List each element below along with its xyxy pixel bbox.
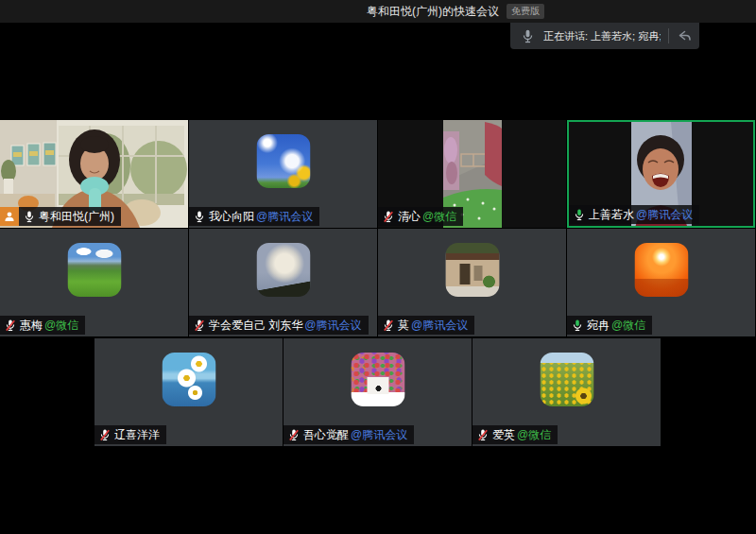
participant-platform-suffix: @微信 bbox=[517, 427, 551, 443]
participant-tile[interactable]: 吾心觉醒@腾讯会议 bbox=[284, 338, 472, 446]
participant-label-row: 惠梅@微信 bbox=[0, 316, 85, 335]
title-bar: 粤和田悦(广州)的快速会议 免费版 bbox=[0, 0, 756, 23]
participant-name: 上善若水 bbox=[589, 207, 634, 223]
participant-tile[interactable]: 爱英@微信 bbox=[472, 338, 661, 446]
participant-label-row: 辽喜洋洋 bbox=[94, 425, 166, 444]
participant-label-row: 宛冉@微信 bbox=[567, 316, 652, 335]
meeting-title: 粤和田悦(广州)的快速会议 bbox=[367, 4, 499, 20]
speaking-indicator: 正在讲话: 上善若水; 宛冉; bbox=[510, 23, 699, 49]
mic-status-icon bbox=[194, 319, 205, 332]
mic-status-icon bbox=[288, 429, 300, 441]
mic-status-icon bbox=[477, 429, 489, 441]
participant-label: 莫@腾讯会议 bbox=[378, 316, 474, 335]
participant-avatar bbox=[634, 243, 688, 297]
participant-label: 宛冉@微信 bbox=[567, 316, 652, 335]
participant-name: 莫 bbox=[398, 318, 409, 334]
participant-tile[interactable]: 清心@微信 bbox=[378, 120, 566, 228]
indicator-divider bbox=[668, 28, 669, 43]
participant-label-row: 吾心觉醒@腾讯会议 bbox=[284, 425, 414, 444]
participant-platform-suffix: @微信 bbox=[422, 209, 456, 225]
participant-label: 清心@微信 bbox=[378, 207, 463, 226]
participant-avatar bbox=[540, 353, 593, 406]
title-group: 粤和田悦(广州)的快速会议 免费版 bbox=[367, 0, 544, 23]
reply-arrow-icon[interactable] bbox=[677, 29, 692, 43]
participant-avatar bbox=[256, 134, 310, 188]
participant-label-row: 我心向阳@腾讯会议 bbox=[189, 207, 319, 226]
participant-name: 爱英 bbox=[492, 427, 515, 443]
participant-platform-suffix: @微信 bbox=[611, 318, 645, 334]
participant-label: 吾心觉醒@腾讯会议 bbox=[284, 425, 414, 444]
participant-avatar bbox=[67, 243, 121, 297]
participant-name: 粤和田悦(广州) bbox=[39, 209, 114, 225]
participant-avatar bbox=[351, 353, 404, 406]
mic-status-icon bbox=[572, 319, 583, 332]
participant-tile[interactable]: 粤和田悦(广州) bbox=[0, 120, 188, 228]
participant-platform-suffix: @微信 bbox=[44, 318, 78, 334]
participant-tile[interactable]: 学会爱自己 刘东华@腾讯会议 bbox=[189, 229, 377, 336]
participant-label-row: 莫@腾讯会议 bbox=[378, 316, 474, 335]
participant-platform-suffix: @腾讯会议 bbox=[636, 207, 693, 223]
participant-tile[interactable]: 上善若水@腾讯会议 bbox=[567, 120, 755, 228]
participant-name: 清心 bbox=[398, 209, 421, 225]
participant-name: 宛冉 bbox=[587, 318, 610, 334]
speaking-indicator-text: 正在讲话: 上善若水; 宛冉; bbox=[543, 29, 661, 43]
participant-tile[interactable]: 辽喜洋洋 bbox=[94, 338, 283, 446]
participant-name: 我心向阳 bbox=[209, 209, 254, 225]
participant-tile[interactable]: 惠梅@微信 bbox=[0, 229, 188, 336]
participant-label-row: 粤和田悦(广州) bbox=[0, 207, 121, 226]
participant-label: 惠梅@微信 bbox=[0, 316, 85, 335]
mic-status-icon bbox=[24, 211, 35, 223]
participant-tile[interactable]: 我心向阳@腾讯会议 bbox=[189, 120, 377, 228]
participant-name: 学会爱自己 刘东华 bbox=[209, 318, 302, 334]
participant-label-row: 学会爱自己 刘东华@腾讯会议 bbox=[189, 316, 369, 335]
mic-status-icon bbox=[194, 211, 205, 223]
participant-tile[interactable]: 宛冉@微信 bbox=[567, 229, 755, 336]
free-version-badge: 免费版 bbox=[507, 4, 544, 19]
participant-platform-suffix: @腾讯会议 bbox=[351, 427, 407, 443]
participant-name: 惠梅 bbox=[20, 318, 43, 334]
participant-label: 上善若水@腾讯会议 bbox=[569, 205, 699, 224]
participant-platform-suffix: @腾讯会议 bbox=[304, 318, 361, 334]
participant-label-row: 爱英@微信 bbox=[472, 425, 558, 444]
host-badge-icon bbox=[0, 207, 19, 226]
participant-label: 我心向阳@腾讯会议 bbox=[189, 207, 319, 226]
participant-avatar bbox=[256, 243, 310, 297]
participant-platform-suffix: @腾讯会议 bbox=[256, 209, 313, 225]
participant-label: 粤和田悦(广州) bbox=[19, 207, 121, 226]
participant-label-row: 上善若水@腾讯会议 bbox=[569, 205, 699, 224]
participant-label-row: 清心@微信 bbox=[378, 207, 463, 226]
participant-label: 学会爱自己 刘东华@腾讯会议 bbox=[189, 316, 369, 335]
participant-avatar bbox=[162, 353, 215, 406]
mic-status-icon bbox=[5, 319, 16, 332]
participant-avatar bbox=[445, 243, 499, 297]
microphone-icon bbox=[522, 29, 534, 43]
participant-tile[interactable]: 莫@腾讯会议 bbox=[378, 229, 566, 336]
mic-status-icon bbox=[383, 211, 394, 223]
mic-status-icon bbox=[99, 429, 111, 441]
mic-status-icon bbox=[574, 209, 585, 221]
participant-name: 吾心觉醒 bbox=[303, 427, 349, 443]
participant-platform-suffix: @腾讯会议 bbox=[411, 318, 468, 334]
participant-label: 辽喜洋洋 bbox=[94, 425, 166, 444]
mic-status-icon bbox=[383, 319, 394, 332]
meeting-window: 粤和田悦(广州)的快速会议 免费版 正在讲话: 上善若水; 宛冉; 粤和田悦(广… bbox=[0, 0, 756, 534]
participant-label: 爱英@微信 bbox=[472, 425, 558, 444]
participant-name: 辽喜洋洋 bbox=[114, 427, 160, 443]
